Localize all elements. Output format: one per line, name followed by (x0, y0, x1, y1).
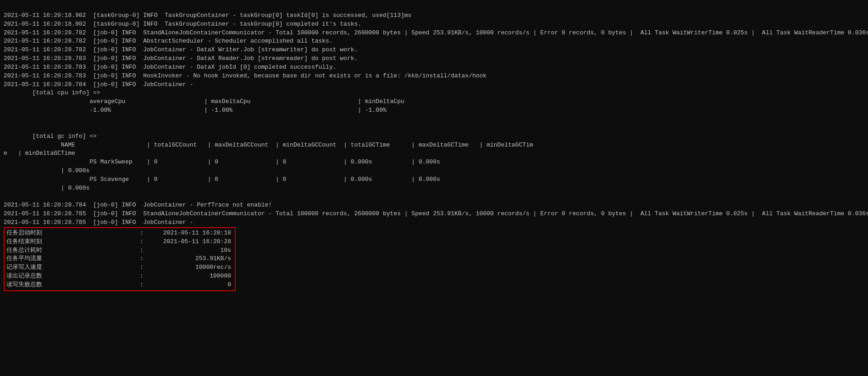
summary-write-speed-value: 10000rec/s (149, 263, 231, 272)
log-line-3: 2021-05-11 16:20:28.782 [job-0] INFO Sta… (4, 29, 868, 36)
summary-box: 任务启动时刻 : 2021-05-11 16:20:18 任务结束时刻 : 20… (4, 227, 236, 291)
gc-info-header: [total gc info] => NAME | totalGCCount |… (4, 133, 533, 191)
summary-end-label: 任务结束时刻 (6, 238, 135, 246)
summary-row-error-count: 读写失败总数 : 0 (6, 281, 231, 289)
summary-row-duration: 任务总计耗时 : 10s (6, 246, 231, 255)
summary-error-count-label: 读写失败总数 (6, 281, 135, 289)
summary-duration-label: 任务总计耗时 (6, 246, 135, 255)
log-line-1: 2021-05-11 16:20:18.902 [taskGroup-0] IN… (4, 12, 411, 19)
summary-read-count-colon: : (135, 272, 149, 281)
summary-end-value: 2021-05-11 16:20:28 (149, 238, 231, 246)
terminal-output: 2021-05-11 16:20:18.902 [taskGroup-0] IN… (4, 3, 864, 227)
summary-speed-label: 任务平均流量 (6, 255, 135, 263)
summary-speed-colon: : (135, 255, 149, 263)
summary-row-start: 任务启动时刻 : 2021-05-11 16:20:18 (6, 229, 231, 238)
summary-row-read-count: 读出记录总数 : 100000 (6, 272, 231, 281)
summary-read-count-label: 读出记录总数 (6, 272, 135, 281)
log-line-6: 2021-05-11 16:20:28.783 [job-0] INFO Job… (4, 55, 358, 62)
log-line-7: 2021-05-11 16:20:28.783 [job-0] INFO Job… (4, 64, 337, 71)
summary-speed-value: 253.91KB/s (149, 255, 231, 263)
log-line-4: 2021-05-11 16:20:28.782 [job-0] INFO Abs… (4, 38, 333, 44)
summary-start-label: 任务启动时刻 (6, 229, 135, 238)
summary-row-end: 任务结束时刻 : 2021-05-11 16:20:28 (6, 238, 231, 246)
summary-row-write-speed: 记录写入速度 : 10000rec/s (6, 263, 231, 272)
log-line-perf: 2021-05-11 16:20:28.784 [job-0] INFO Job… (4, 202, 272, 208)
summary-write-speed-colon: : (135, 263, 149, 272)
log-line-8: 2021-05-11 16:20:28.783 [job-0] INFO Hoo… (4, 72, 487, 79)
log-line-communicator2: 2021-05-11 16:20:28.785 [job-0] INFO Sta… (4, 210, 868, 217)
log-line-2: 2021-05-11 16:20:18.902 [taskGroup-0] IN… (4, 21, 361, 27)
summary-start-value: 2021-05-11 16:20:18 (149, 229, 231, 238)
summary-end-colon: : (135, 238, 149, 246)
summary-write-speed-label: 记录写入速度 (6, 263, 135, 272)
summary-error-count-colon: : (135, 281, 149, 289)
log-line-jobcontainer-end: 2021-05-11 16:20:28.785 [job-0] INFO Job… (4, 219, 193, 226)
summary-duration-value: 10s (149, 246, 231, 255)
summary-row-speed: 任务平均流量 : 253.91KB/s (6, 255, 231, 263)
log-line-5: 2021-05-11 16:20:28.782 [job-0] INFO Job… (4, 46, 358, 53)
summary-read-count-value: 100000 (149, 272, 231, 281)
cpu-info-header: [total cpu info] => averageCpu | maxDelt… (4, 89, 404, 114)
summary-error-count-value: 0 (149, 281, 231, 289)
summary-start-colon: : (135, 229, 149, 238)
summary-duration-colon: : (135, 246, 149, 255)
log-line-9: 2021-05-11 16:20:28.784 [job-0] INFO Job… (4, 81, 193, 88)
